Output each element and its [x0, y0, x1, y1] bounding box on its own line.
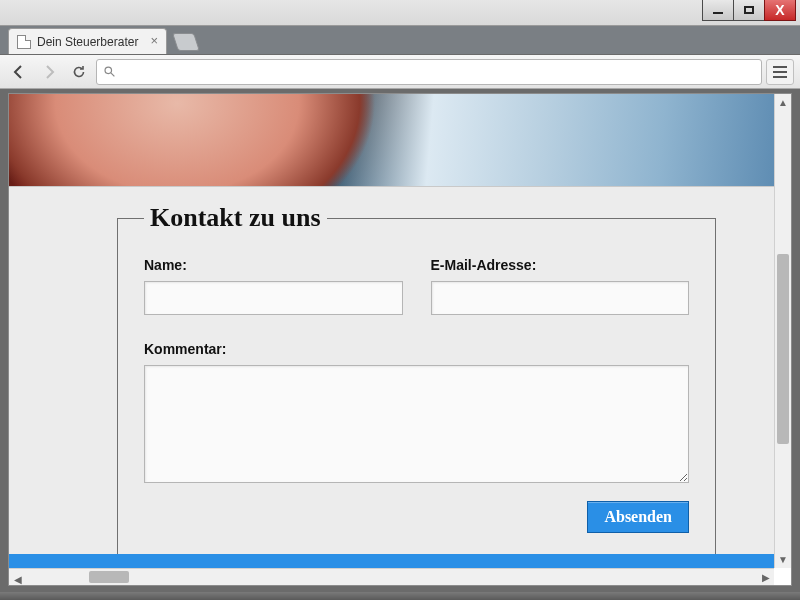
vertical-scroll-thumb[interactable] — [777, 254, 789, 444]
hero-image — [9, 94, 774, 187]
browser-tab[interactable]: Dein Steuerberater × — [8, 28, 167, 54]
window-titlebar: X — [0, 0, 800, 26]
browser-toolbar — [0, 55, 800, 89]
window-close-button[interactable]: X — [764, 0, 796, 21]
name-input[interactable] — [144, 281, 403, 315]
new-tab-button[interactable] — [172, 33, 200, 51]
horizontal-scroll-thumb[interactable] — [89, 571, 129, 583]
footer-strip — [9, 554, 774, 568]
comment-label: Kommentar: — [144, 341, 689, 357]
browser-menu-button[interactable] — [766, 59, 794, 85]
horizontal-scrollbar[interactable]: ◀ ▶ — [9, 568, 774, 585]
page-icon — [17, 35, 31, 49]
page-content: Kontakt zu uns Name: E-Mail-Adresse: Kom… — [9, 94, 774, 568]
arrow-right-icon — [41, 64, 57, 80]
form-legend: Kontakt zu uns — [144, 203, 327, 233]
contact-fieldset: Kontakt zu uns Name: E-Mail-Adresse: Kom… — [117, 203, 716, 558]
hamburger-icon — [773, 66, 787, 68]
email-label: E-Mail-Adresse: — [431, 257, 690, 273]
scroll-left-icon[interactable]: ◀ — [9, 571, 26, 586]
name-label: Name: — [144, 257, 403, 273]
window-minimize-button[interactable] — [702, 0, 734, 21]
back-button[interactable] — [6, 59, 32, 85]
reload-button[interactable] — [66, 59, 92, 85]
tab-close-icon[interactable]: × — [148, 35, 160, 47]
window-bottom-border — [0, 592, 800, 600]
email-input[interactable] — [431, 281, 690, 315]
scroll-up-icon[interactable]: ▲ — [775, 94, 791, 111]
submit-button[interactable]: Absenden — [587, 501, 689, 533]
scroll-down-icon[interactable]: ▼ — [775, 551, 791, 568]
window-maximize-button[interactable] — [733, 0, 765, 21]
comment-textarea[interactable] — [144, 365, 689, 483]
search-icon — [103, 65, 116, 78]
vertical-scrollbar[interactable]: ▲ ▼ — [774, 94, 791, 568]
tab-title: Dein Steuerberater — [37, 35, 138, 49]
reload-icon — [71, 64, 87, 80]
forward-button[interactable] — [36, 59, 62, 85]
browser-tabstrip: Dein Steuerberater × — [0, 26, 800, 55]
scroll-right-icon[interactable]: ▶ — [757, 569, 774, 586]
svg-line-1 — [111, 73, 114, 76]
arrow-left-icon — [11, 64, 27, 80]
svg-point-0 — [105, 67, 112, 74]
page-viewport: Kontakt zu uns Name: E-Mail-Adresse: Kom… — [8, 93, 792, 586]
address-bar[interactable] — [96, 59, 762, 85]
